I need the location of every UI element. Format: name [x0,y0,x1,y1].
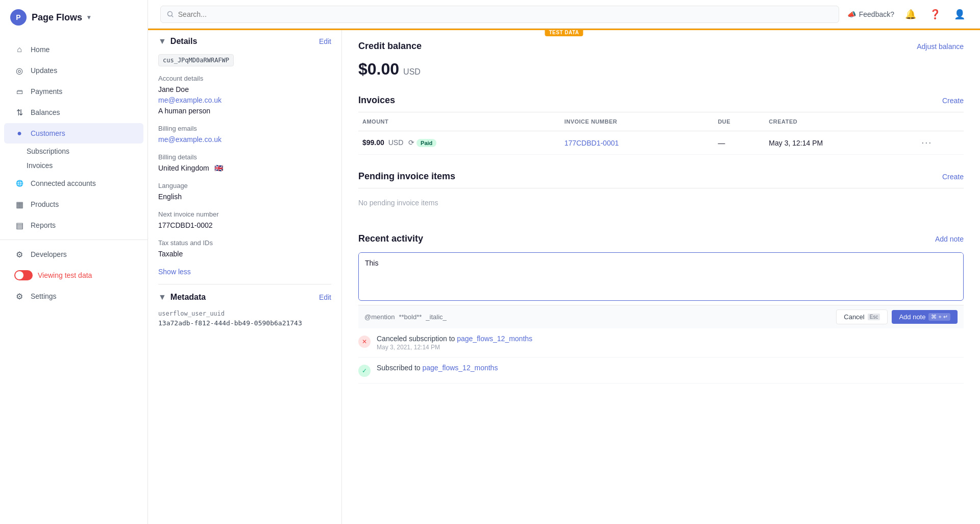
search-input[interactable] [178,10,832,18]
sidebar-item-home[interactable]: ⌂ Home [4,39,143,60]
sidebar-item-payments[interactable]: 🗃 Payments [4,81,143,102]
billing-email-link[interactable]: me@example.co.uk [158,135,222,144]
pending-items-section: Pending invoice items Create No pending … [358,171,964,217]
sidebar-item-settings[interactable]: ⚙ Settings [4,286,143,306]
language-value: English [158,192,331,202]
adjust-balance-link[interactable]: Adjust balance [917,42,964,51]
viewing-test-data-toggle[interactable]: Viewing test data [4,265,143,285]
feedback-button[interactable]: 📣 Feedback? [847,10,894,18]
italic-hint[interactable]: _italic_ [426,313,446,321]
note-toolbar-actions: Cancel Esc Add note ⌘ + ↵ [836,309,958,324]
sidebar-sub-item-invoices[interactable]: Invoices [0,158,148,173]
invoice-table: AMOUNT INVOICE NUMBER DUE CREATED $99.00… [358,112,964,155]
recent-activity-section: Recent activity Add note This @mention *… [358,233,964,384]
uk-flag-icon: 🇬🇧 [214,164,223,172]
pending-items-header: Pending invoice items Create [358,171,964,188]
sidebar-item-updates[interactable]: ◎ Updates [4,60,143,81]
search-bar[interactable] [160,6,839,23]
main-area: 📣 Feedback? 🔔 ❓ 👤 TEST DATA ▼ Details Ed… [148,0,980,524]
pending-items-title: Pending invoice items [358,171,455,182]
activity-link-canceled[interactable]: page_flows_12_months [457,335,532,343]
section-divider [158,284,331,284]
invoices-section: Invoices Create AMOUNT INVOICE NUMBER DU… [358,95,964,155]
activity-link-subscribed[interactable]: page_flows_12_months [423,364,498,372]
sidebar-item-customers[interactable]: ● Customers [4,123,143,144]
language-label: Language [158,182,331,189]
sidebar-item-label-updates: Updates [31,66,57,75]
viewing-test-data-label: Viewing test data [38,271,92,279]
pending-items-create-link[interactable]: Create [942,173,964,181]
activity-text-canceled: Canceled subscription to page_flows_12_m… [377,335,532,343]
metadata-title: ▼ Metadata [158,293,206,302]
sidebar-sub-item-subscriptions[interactable]: Subscriptions [0,144,148,158]
note-textarea[interactable]: This [359,253,963,299]
sidebar-nav: ⌂ Home ◎ Updates 🗃 Payments ⇅ Balances ●… [0,35,148,524]
add-note-kbd: ⌘ + ↵ [928,313,950,321]
account-email-link[interactable]: me@example.co.uk [158,96,222,104]
sidebar-item-label-products: Products [31,200,59,208]
next-invoice-label: Next invoice number [158,210,331,218]
header-actions: 📣 Feedback? 🔔 ❓ 👤 [847,6,968,22]
settings-icon: ⚙ [14,291,24,301]
notifications-icon[interactable]: 🔔 [902,6,919,22]
sidebar-item-products[interactable]: ▦ Products [4,194,143,215]
invoice-number-cell: 177CDBD1-0001 [560,131,714,155]
left-panel: ▼ Details Edit cus_JPqMD0aRWRAFWP Accoun… [148,29,342,524]
invoice-number-link[interactable]: 177CDBD1-0001 [565,139,619,147]
sidebar-item-balances[interactable]: ⇅ Balances [4,102,143,123]
language-group: Language English [158,182,331,202]
sidebar-item-label-settings: Settings [31,292,57,300]
metadata-edit-link[interactable]: Edit [319,293,331,301]
invoices-create-link[interactable]: Create [942,97,964,105]
billing-details-label: Billing details [158,153,331,161]
updates-icon: ◎ [14,65,24,76]
header: 📣 Feedback? 🔔 ❓ 👤 [148,0,980,29]
details-edit-link[interactable]: Edit [319,37,331,45]
tax-status-value: Taxable [158,249,331,259]
recent-activity-title: Recent activity [358,233,423,244]
note-textarea-wrapper: This [358,252,964,301]
credit-amount: $0.00 USD [358,60,964,79]
refresh-icon[interactable]: ⟳ [408,138,414,147]
sidebar-item-reports[interactable]: ▤ Reports [4,215,143,235]
no-pending-text: No pending invoice items [358,188,964,217]
search-icon [167,11,174,18]
activity-time-canceled: May 3, 2021, 12:14 PM [377,344,532,351]
credit-balance-title: Credit balance [358,41,422,52]
sidebar-logo[interactable]: P Page Flows ▾ [0,0,148,35]
activity-item-content-subscribed: Subscribed to page_flows_12_months [377,364,498,372]
next-invoice-number: 177CDBD1-0002 [158,220,331,231]
billing-email: me@example.co.uk [158,134,331,145]
account-description: A human person [158,107,210,115]
bold-hint[interactable]: **bold** [399,313,422,321]
add-note-button[interactable]: Add note ⌘ + ↵ [892,310,958,324]
invoice-currency: USD [388,138,404,147]
add-note-header-link[interactable]: Add note [935,235,964,243]
customers-icon: ● [14,128,24,138]
sidebar: P Page Flows ▾ ⌂ Home ◎ Updates 🗃 Paymen… [0,0,148,524]
table-row: $99.00 USD ⟳ Paid 177CDBD1-0001 — May 3,… [358,131,964,155]
test-data-toggle-switch[interactable] [14,270,33,280]
recent-activity-header: Recent activity Add note [358,233,964,244]
mention-hint[interactable]: @mention [364,313,395,321]
sidebar-item-connected-accounts[interactable]: 🌐 Connected accounts [4,173,143,194]
user-avatar-icon[interactable]: 👤 [951,6,968,22]
activity-item-subscribed: ✓ Subscribed to page_flows_12_months [358,358,964,384]
credit-balance-header: Credit balance Adjust balance [358,41,964,52]
payments-icon: 🗃 [14,86,24,97]
sidebar-item-label-connected-accounts: Connected accounts [31,179,96,187]
invoice-actions-cell: ··· [917,131,964,155]
account-details-label: Account details [158,75,331,82]
metadata-section-header: ▼ Metadata Edit [158,293,331,302]
reports-icon: ▤ [14,220,24,230]
help-icon[interactable]: ❓ [927,6,943,22]
sidebar-item-developers[interactable]: ⚙ Developers [4,244,143,265]
activity-item-content-canceled: Canceled subscription to page_flows_12_m… [377,335,532,351]
invoices-title: Invoices [358,95,395,106]
cancel-button[interactable]: Cancel Esc [836,309,888,324]
products-icon: ▦ [14,199,24,209]
customer-id-badge: cus_JPqMD0aRWRAFWP [158,54,234,66]
more-options-icon[interactable]: ··· [921,137,932,148]
details-section-header: ▼ Details Edit [158,37,331,46]
show-less-link[interactable]: Show less [158,268,191,276]
